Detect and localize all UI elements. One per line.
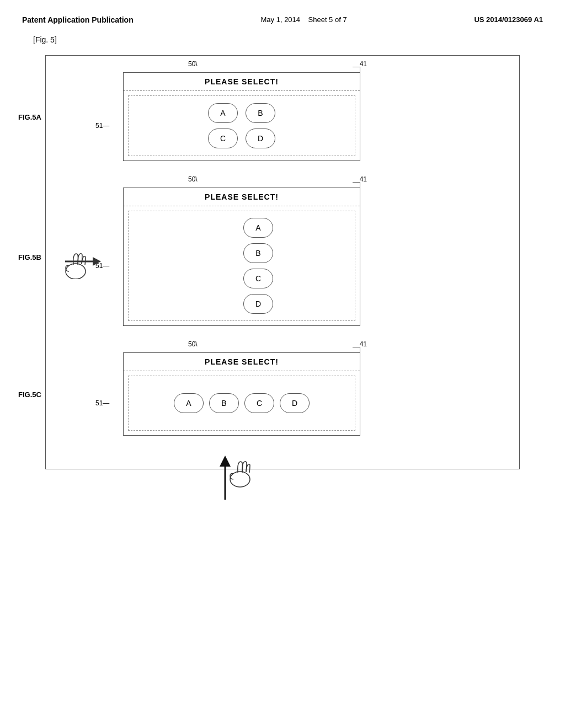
figure-label: [Fig. 5] [0, 30, 565, 50]
btn-c-5a[interactable]: C [208, 129, 238, 148]
page-header: Patent Application Publication May 1, 20… [0, 0, 565, 30]
screen-title-5a: PLEASE SELECT! [124, 73, 360, 91]
leader-41-5a [353, 67, 360, 73]
btn-b-5b[interactable]: B [243, 243, 273, 263]
btn-b-5c[interactable]: B [209, 393, 239, 413]
btn-c-5b[interactable]: C [243, 269, 273, 288]
main-content: FIG.5A 50\ 41 PLEASE SELECT! 51— A [0, 50, 565, 486]
screen-content-5b: 51— A B C D [128, 211, 355, 321]
btn-a-5c[interactable]: A [174, 393, 204, 413]
patent-number: US 2014/0123069 A1 [474, 15, 543, 24]
fig5a-label: FIG.5A [18, 113, 41, 121]
btn-c-5c[interactable]: C [244, 393, 274, 413]
btn-a-5a[interactable]: A [208, 103, 238, 123]
screen-content-5c: 51— A B C D [128, 376, 355, 431]
fig5c-label: FIG.5C [18, 390, 41, 398]
fig5c-section: FIG.5C 50\ 41 PLEASE SELECT! 51— A B C D [68, 352, 497, 436]
ref-51-5a: 51— [95, 122, 109, 130]
outer-border-box: FIG.5A 50\ 41 PLEASE SELECT! 51— A [45, 55, 520, 469]
screen-title-5b: PLEASE SELECT! [124, 188, 360, 206]
ref-50-5a: 50\ [188, 60, 198, 68]
ref-50-5c: 50\ [188, 340, 198, 348]
screen-title-5c: PLEASE SELECT! [124, 353, 360, 371]
ref-50-5b: 50\ [188, 175, 198, 183]
screen-5b: PLEASE SELECT! 51— A B C D [123, 188, 360, 326]
btn-d-5c[interactable]: D [280, 393, 310, 413]
sheet-info: May 1, 2014 Sheet 5 of 7 [261, 15, 347, 24]
ref-41-5c: 41 [360, 340, 367, 348]
svg-marker-1 [93, 257, 101, 266]
btn-a-5b[interactable]: A [243, 218, 273, 238]
btn-d-5a[interactable]: D [246, 129, 275, 148]
fig5b-section: FIG.5B 50\ 41 PLEASE SELECT! 51— A B C D [68, 188, 497, 326]
leader-41-5c [353, 347, 360, 354]
buttons-col-5b: A B C D [243, 218, 273, 314]
screen-5c: PLEASE SELECT! 51— A B C D [123, 352, 360, 436]
hand-gesture-5b [62, 246, 129, 281]
buttons-row-5c: A B C D [174, 393, 310, 413]
btn-d-5b[interactable]: D [243, 294, 273, 314]
ref-41-5a: 41 [360, 60, 367, 68]
svg-marker-4 [220, 456, 231, 467]
publication-label: Patent Application Publication [22, 15, 134, 24]
fig5a-section: FIG.5A 50\ 41 PLEASE SELECT! 51— A [68, 72, 497, 161]
hand-gesture-5c [200, 428, 266, 507]
buttons-2x2-5a: A B C D [208, 103, 275, 148]
fig5b-label: FIG.5B [18, 253, 41, 261]
btn-b-5a[interactable]: B [246, 103, 275, 123]
ref-51-5c: 51— [95, 399, 109, 407]
ref-41-5b: 41 [360, 175, 367, 183]
screen-5a: PLEASE SELECT! 51— A B C D [123, 72, 360, 161]
screen-content-5a: 51— A B C D [128, 95, 355, 156]
leader-41-5b [353, 182, 360, 189]
